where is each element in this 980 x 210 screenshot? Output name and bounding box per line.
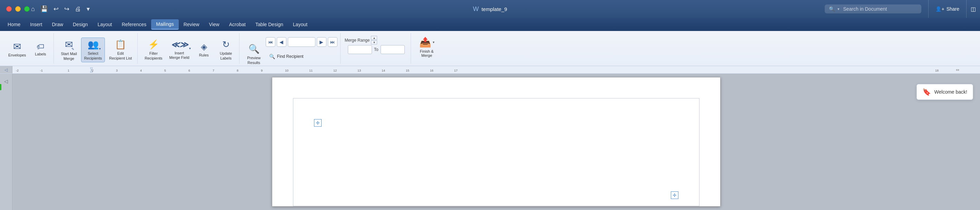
doc-app-icon: W [473, 6, 479, 13]
indent-handle-bottom[interactable]: △ [90, 69, 93, 73]
filter-recipients-button[interactable]: ⚡ FilterRecipients [142, 38, 165, 62]
ruler-mark-7: 7 [213, 69, 214, 72]
ruler-mark-4: 4 [140, 69, 142, 72]
ruler-mark-13: 13 [358, 69, 361, 72]
envelopes-icon: ✉ [13, 42, 21, 52]
menu-insert[interactable]: Insert [25, 20, 47, 29]
start-mail-merge-button[interactable]: ✉ ✎ Start MailMerge [58, 38, 80, 62]
find-recipient-icon: 🔍 [269, 54, 275, 59]
merge-range-down[interactable]: ▼ [371, 40, 377, 44]
minimize-button[interactable] [15, 6, 21, 12]
menu-acrobat[interactable]: Acrobat [224, 20, 251, 29]
update-labels-icon: ↻ [222, 39, 230, 50]
finish-merge-icon: 📤 [419, 36, 431, 48]
table-resize-handle[interactable]: ✛ [671, 191, 678, 199]
edit-recipient-list-button[interactable]: 📋 EditRecipient List [106, 38, 135, 62]
merge-range-label: Merge Range [345, 38, 370, 43]
sidebar-toggle[interactable]: ◫ [966, 0, 980, 18]
share-button[interactable]: 👤+ Share [928, 0, 966, 18]
maximize-button[interactable] [24, 6, 30, 12]
finish-merge-dropdown-icon: ▾ [433, 40, 434, 44]
menu-home[interactable]: Home [3, 20, 25, 29]
undo-icon[interactable]: ↩ [54, 5, 59, 13]
print-icon[interactable]: 🖨 [75, 6, 81, 13]
titlebar-right: 🔍 ▾ 👤+ Share ◫ [825, 0, 980, 18]
preview-results-label: PreviewResults [247, 56, 261, 65]
document-area: ◁ ✛ ✛ 🔖 Welcome back! [0, 74, 980, 210]
ribbon: ✉ Envelopes 🏷 Labels ✉ ✎ Start MailMerge… [0, 31, 980, 66]
select-recipients-button[interactable]: 👥 ▾ SelectRecipients [81, 38, 105, 62]
rules-button[interactable]: ◈ Rules [194, 38, 214, 62]
preview-row: 🔍 PreviewResults ⏮ ◀ ▶ ⏭ 🔍 Find Recipien… [243, 35, 337, 67]
finish-merge-button[interactable]: 📤 ▾ Finish &Merge [415, 35, 439, 59]
redo-icon[interactable]: ↪ [64, 5, 69, 13]
search-dropdown-icon[interactable]: ▾ [837, 7, 840, 11]
welcome-tooltip: 🔖 Welcome back! [916, 84, 973, 100]
menu-table-design[interactable]: Table Design [251, 20, 288, 29]
start-mail-merge-label: Start MailMerge [61, 52, 76, 61]
close-button[interactable] [6, 6, 12, 12]
ruler-mark-12: 12 [333, 69, 337, 72]
record-number-input[interactable] [288, 37, 315, 47]
prev-record-button[interactable]: ◀ [277, 37, 286, 47]
ruler-mark-14: 14 [382, 69, 385, 72]
home-icon[interactable]: ⌂ [31, 6, 35, 13]
ruler-mark-15: 15 [406, 69, 409, 72]
preview-results-button[interactable]: 🔍 PreviewResults [243, 42, 264, 67]
edit-recipient-list-label: EditRecipient List [109, 51, 132, 60]
document-title: W template_9 [473, 6, 507, 13]
merge-from-input[interactable] [348, 45, 372, 54]
document-page: ✛ ✛ [272, 77, 721, 207]
more-icon[interactable]: ▾ [87, 5, 90, 13]
share-icon: 👤+ [935, 6, 944, 12]
start-mail-merge-dropdown-indicator: ✎ [72, 47, 74, 51]
ruler-mark-n2: -2 [16, 69, 19, 72]
last-record-button[interactable]: ⏭ [328, 37, 337, 47]
nav-row: ⏮ ◀ ▶ ⏭ [266, 37, 337, 47]
insert-merge-field-button[interactable]: ≪≫ ▾ InsertMerge Field [167, 38, 192, 62]
merge-range-inputs: To [348, 45, 405, 54]
menu-draw[interactable]: Draw [47, 20, 68, 29]
mail-merge-buttons: ✉ ✎ Start MailMerge 👥 ▾ SelectRecipients… [58, 35, 135, 62]
ruler-mark-8: 8 [237, 69, 239, 72]
envelopes-label: Envelopes [8, 53, 26, 57]
update-labels-button[interactable]: ↻ UpdateLabels [216, 38, 236, 62]
find-recipient-button[interactable]: 🔍 Find Recipient [266, 52, 337, 61]
insert-merge-field-icon: ≪≫ [171, 40, 188, 50]
ruler-mark-11: 11 [309, 69, 313, 72]
first-record-button[interactable]: ⏮ [266, 37, 275, 47]
menu-design[interactable]: Design [68, 20, 93, 29]
labels-button[interactable]: 🏷 Labels [30, 38, 51, 62]
welcome-message: Welcome back! [934, 89, 967, 95]
menu-view[interactable]: View [204, 20, 224, 29]
document-main: ✛ ✛ 🔖 Welcome back! [13, 74, 980, 210]
ruler-mark-18: 18 [935, 69, 939, 72]
save-icon[interactable]: 💾 [40, 5, 48, 13]
menu-mailings[interactable]: Mailings [151, 19, 178, 30]
left-sidebar: ◁ [0, 74, 13, 210]
filter-recipients-icon: ⚡ [148, 39, 159, 50]
select-recipients-label: SelectRecipients [84, 51, 102, 60]
merge-range-spinner[interactable]: ▲ ▼ [371, 36, 377, 44]
search-input[interactable] [843, 6, 912, 12]
merge-to-label: To [374, 47, 379, 52]
merge-to-input[interactable] [380, 45, 405, 54]
table-move-handle[interactable]: ✛ [314, 119, 321, 127]
search-bar[interactable]: 🔍 ▾ [825, 5, 921, 13]
ruler-right-scale: ⇔ [956, 68, 959, 72]
envelopes-button[interactable]: ✉ Envelopes [6, 38, 29, 62]
menu-review[interactable]: Review [179, 20, 204, 29]
menu-layout-2[interactable]: Layout [288, 20, 312, 29]
merge-range-up[interactable]: ▲ [371, 36, 377, 40]
filter-recipients-label: FilterRecipients [145, 51, 162, 60]
share-label: Share [947, 6, 959, 12]
menu-references[interactable]: References [117, 20, 151, 29]
sidebar-icon: ◫ [971, 6, 976, 13]
ruler-mark-10: 10 [285, 69, 288, 72]
ruler-left-panel: ◁ [0, 66, 13, 73]
menu-layout[interactable]: Layout [93, 20, 117, 29]
next-record-button[interactable]: ▶ [317, 37, 326, 47]
sidebar-collapse-arrow[interactable]: ◁ [4, 79, 8, 84]
nav-controls: ⏮ ◀ ▶ ⏭ 🔍 Find Recipient [266, 35, 337, 67]
update-labels-label: UpdateLabels [220, 51, 232, 60]
